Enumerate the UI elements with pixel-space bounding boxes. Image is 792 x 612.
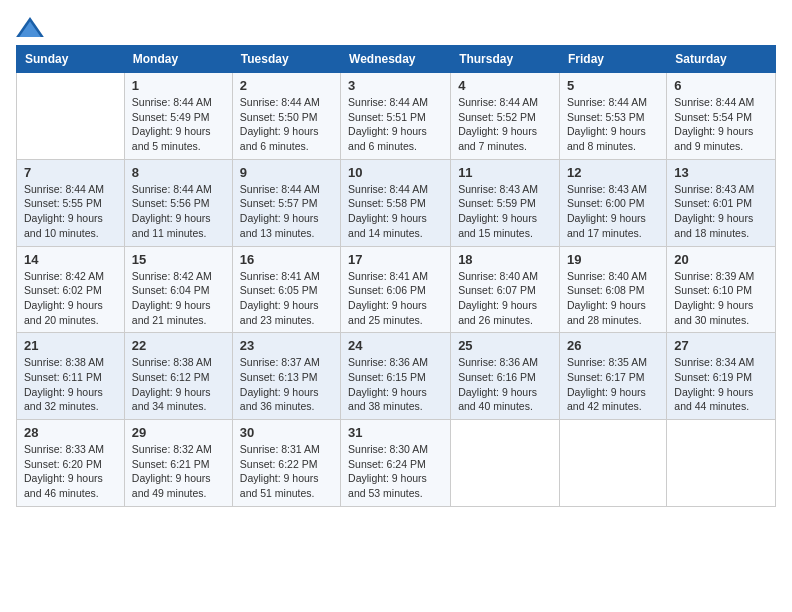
column-header-thursday: Thursday xyxy=(451,46,560,73)
day-cell xyxy=(559,420,666,507)
sunset-text: Sunset: 6:00 PM xyxy=(567,196,659,211)
day-number: 15 xyxy=(132,252,225,267)
daylight-text: Daylight: 9 hours and 30 minutes. xyxy=(674,298,768,327)
sunset-text: Sunset: 6:05 PM xyxy=(240,283,333,298)
daylight-text: Daylight: 9 hours and 46 minutes. xyxy=(24,471,117,500)
sunset-text: Sunset: 5:52 PM xyxy=(458,110,552,125)
day-number: 30 xyxy=(240,425,333,440)
column-header-friday: Friday xyxy=(559,46,666,73)
day-cell: 6 Sunrise: 8:44 AM Sunset: 5:54 PM Dayli… xyxy=(667,73,776,160)
day-cell: 9 Sunrise: 8:44 AM Sunset: 5:57 PM Dayli… xyxy=(232,159,340,246)
day-cell: 20 Sunrise: 8:39 AM Sunset: 6:10 PM Dayl… xyxy=(667,246,776,333)
day-number: 21 xyxy=(24,338,117,353)
day-number: 17 xyxy=(348,252,443,267)
sunset-text: Sunset: 5:57 PM xyxy=(240,196,333,211)
day-info: Sunrise: 8:44 AM Sunset: 5:49 PM Dayligh… xyxy=(132,95,225,154)
sunrise-text: Sunrise: 8:36 AM xyxy=(348,355,443,370)
column-header-monday: Monday xyxy=(124,46,232,73)
daylight-text: Daylight: 9 hours and 42 minutes. xyxy=(567,385,659,414)
day-info: Sunrise: 8:39 AM Sunset: 6:10 PM Dayligh… xyxy=(674,269,768,328)
daylight-text: Daylight: 9 hours and 25 minutes. xyxy=(348,298,443,327)
day-number: 2 xyxy=(240,78,333,93)
sunset-text: Sunset: 6:20 PM xyxy=(24,457,117,472)
day-number: 22 xyxy=(132,338,225,353)
day-cell: 24 Sunrise: 8:36 AM Sunset: 6:15 PM Dayl… xyxy=(341,333,451,420)
day-info: Sunrise: 8:42 AM Sunset: 6:04 PM Dayligh… xyxy=(132,269,225,328)
sunset-text: Sunset: 6:24 PM xyxy=(348,457,443,472)
sunset-text: Sunset: 6:10 PM xyxy=(674,283,768,298)
column-header-sunday: Sunday xyxy=(17,46,125,73)
daylight-text: Daylight: 9 hours and 9 minutes. xyxy=(674,124,768,153)
day-cell xyxy=(17,73,125,160)
day-cell: 30 Sunrise: 8:31 AM Sunset: 6:22 PM Dayl… xyxy=(232,420,340,507)
day-cell: 8 Sunrise: 8:44 AM Sunset: 5:56 PM Dayli… xyxy=(124,159,232,246)
logo xyxy=(16,16,48,37)
daylight-text: Daylight: 9 hours and 21 minutes. xyxy=(132,298,225,327)
day-number: 18 xyxy=(458,252,552,267)
sunset-text: Sunset: 5:56 PM xyxy=(132,196,225,211)
day-cell: 7 Sunrise: 8:44 AM Sunset: 5:55 PM Dayli… xyxy=(17,159,125,246)
day-cell: 4 Sunrise: 8:44 AM Sunset: 5:52 PM Dayli… xyxy=(451,73,560,160)
column-header-wednesday: Wednesday xyxy=(341,46,451,73)
daylight-text: Daylight: 9 hours and 10 minutes. xyxy=(24,211,117,240)
sunset-text: Sunset: 5:55 PM xyxy=(24,196,117,211)
sunset-text: Sunset: 6:11 PM xyxy=(24,370,117,385)
day-info: Sunrise: 8:44 AM Sunset: 5:53 PM Dayligh… xyxy=(567,95,659,154)
sunset-text: Sunset: 5:59 PM xyxy=(458,196,552,211)
day-cell: 10 Sunrise: 8:44 AM Sunset: 5:58 PM Dayl… xyxy=(341,159,451,246)
daylight-text: Daylight: 9 hours and 36 minutes. xyxy=(240,385,333,414)
sunrise-text: Sunrise: 8:43 AM xyxy=(567,182,659,197)
day-cell: 19 Sunrise: 8:40 AM Sunset: 6:08 PM Dayl… xyxy=(559,246,666,333)
day-number: 13 xyxy=(674,165,768,180)
daylight-text: Daylight: 9 hours and 5 minutes. xyxy=(132,124,225,153)
day-cell: 21 Sunrise: 8:38 AM Sunset: 6:11 PM Dayl… xyxy=(17,333,125,420)
sunset-text: Sunset: 5:51 PM xyxy=(348,110,443,125)
sunset-text: Sunset: 5:54 PM xyxy=(674,110,768,125)
day-cell: 23 Sunrise: 8:37 AM Sunset: 6:13 PM Dayl… xyxy=(232,333,340,420)
day-cell: 25 Sunrise: 8:36 AM Sunset: 6:16 PM Dayl… xyxy=(451,333,560,420)
day-info: Sunrise: 8:34 AM Sunset: 6:19 PM Dayligh… xyxy=(674,355,768,414)
day-info: Sunrise: 8:42 AM Sunset: 6:02 PM Dayligh… xyxy=(24,269,117,328)
day-info: Sunrise: 8:43 AM Sunset: 6:01 PM Dayligh… xyxy=(674,182,768,241)
sunrise-text: Sunrise: 8:32 AM xyxy=(132,442,225,457)
logo-icon xyxy=(16,17,44,37)
day-cell xyxy=(667,420,776,507)
sunrise-text: Sunrise: 8:42 AM xyxy=(132,269,225,284)
sunrise-text: Sunrise: 8:39 AM xyxy=(674,269,768,284)
sunrise-text: Sunrise: 8:44 AM xyxy=(458,95,552,110)
daylight-text: Daylight: 9 hours and 13 minutes. xyxy=(240,211,333,240)
sunset-text: Sunset: 6:13 PM xyxy=(240,370,333,385)
day-cell: 14 Sunrise: 8:42 AM Sunset: 6:02 PM Dayl… xyxy=(17,246,125,333)
day-number: 25 xyxy=(458,338,552,353)
sunrise-text: Sunrise: 8:33 AM xyxy=(24,442,117,457)
daylight-text: Daylight: 9 hours and 7 minutes. xyxy=(458,124,552,153)
day-number: 28 xyxy=(24,425,117,440)
daylight-text: Daylight: 9 hours and 44 minutes. xyxy=(674,385,768,414)
day-info: Sunrise: 8:37 AM Sunset: 6:13 PM Dayligh… xyxy=(240,355,333,414)
day-number: 20 xyxy=(674,252,768,267)
day-cell: 5 Sunrise: 8:44 AM Sunset: 5:53 PM Dayli… xyxy=(559,73,666,160)
day-cell: 3 Sunrise: 8:44 AM Sunset: 5:51 PM Dayli… xyxy=(341,73,451,160)
day-number: 26 xyxy=(567,338,659,353)
sunset-text: Sunset: 6:04 PM xyxy=(132,283,225,298)
day-info: Sunrise: 8:40 AM Sunset: 6:07 PM Dayligh… xyxy=(458,269,552,328)
sunset-text: Sunset: 5:53 PM xyxy=(567,110,659,125)
day-info: Sunrise: 8:36 AM Sunset: 6:15 PM Dayligh… xyxy=(348,355,443,414)
day-info: Sunrise: 8:41 AM Sunset: 6:06 PM Dayligh… xyxy=(348,269,443,328)
day-info: Sunrise: 8:44 AM Sunset: 5:54 PM Dayligh… xyxy=(674,95,768,154)
day-info: Sunrise: 8:44 AM Sunset: 5:52 PM Dayligh… xyxy=(458,95,552,154)
day-cell: 31 Sunrise: 8:30 AM Sunset: 6:24 PM Dayl… xyxy=(341,420,451,507)
sunrise-text: Sunrise: 8:44 AM xyxy=(348,95,443,110)
day-info: Sunrise: 8:43 AM Sunset: 5:59 PM Dayligh… xyxy=(458,182,552,241)
day-cell: 11 Sunrise: 8:43 AM Sunset: 5:59 PM Dayl… xyxy=(451,159,560,246)
daylight-text: Daylight: 9 hours and 6 minutes. xyxy=(348,124,443,153)
sunrise-text: Sunrise: 8:30 AM xyxy=(348,442,443,457)
sunrise-text: Sunrise: 8:44 AM xyxy=(567,95,659,110)
day-number: 31 xyxy=(348,425,443,440)
sunset-text: Sunset: 6:01 PM xyxy=(674,196,768,211)
daylight-text: Daylight: 9 hours and 40 minutes. xyxy=(458,385,552,414)
daylight-text: Daylight: 9 hours and 38 minutes. xyxy=(348,385,443,414)
sunrise-text: Sunrise: 8:44 AM xyxy=(240,95,333,110)
week-row-4: 21 Sunrise: 8:38 AM Sunset: 6:11 PM Dayl… xyxy=(17,333,776,420)
daylight-text: Daylight: 9 hours and 28 minutes. xyxy=(567,298,659,327)
